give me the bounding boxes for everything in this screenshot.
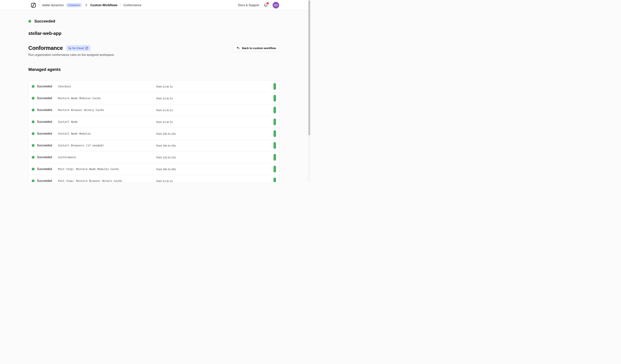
step-name: Restore Node Modules Cache [58,97,101,100]
step-name: Install Node Modules [58,132,91,135]
step-duration: from 23s to 23s [156,132,176,135]
step-duration: from 1s to 1s [156,85,173,88]
nx-cloud-mini-logo-icon [85,47,88,50]
step-name: Restore Browser Binary Cache [58,109,104,111]
nx-cloud-logo-icon[interactable] [31,2,36,8]
step-status-label: Succeeded [37,132,52,135]
status-dot-icon [28,20,31,23]
docs-support-link[interactable]: Docs & Support [238,3,259,7]
org-switcher-chevron-icon[interactable] [85,3,88,7]
notifications-bell-icon[interactable] [264,3,268,7]
step-duration: from 1s to 1s [156,109,173,112]
step-progress-bar[interactable] [274,177,276,182]
breadcrumb-separator: / [39,3,40,7]
breadcrumb: / stellar-dynamics Enterprise Custom Wor… [31,2,141,8]
step-progress-bar[interactable] [274,95,276,102]
step-status-label: Succeeded [37,144,52,147]
agent-step-row[interactable]: Succeeded Restore Node Modules Cache fro… [29,92,279,104]
agent-step-row[interactable]: Succeeded Restore Browser Binary Cache f… [29,104,279,116]
step-name: Post Step: Restore Browser Binary Cache [58,179,122,182]
managed-agents-title: Managed agents [28,67,279,72]
breadcrumb-separator: / [120,3,121,7]
step-status-label: Succeeded [37,156,52,159]
agent-step-row[interactable]: Succeeded Post Step: Restore Node Module… [29,163,279,175]
step-status-label: Succeeded [37,167,52,171]
step-status-dot-icon [32,144,34,147]
enterprise-badge[interactable]: Enterprise [66,3,82,7]
agent-step-row[interactable]: Succeeded Install Node Modules from 23s … [29,128,279,140]
step-name: Conformance [58,156,76,159]
step-status-dot-icon [32,132,34,135]
agent-step-row[interactable]: Succeeded Install Node from 1s to 1s [29,116,279,128]
step-progress-bar[interactable] [274,154,276,161]
step-name: Checkout [58,85,71,88]
main-content: Succeeded stellar-web-app Conformance by… [0,19,279,182]
workspace-title: stellar-web-app [28,31,279,36]
back-to-custom-workflow-button[interactable]: Back to custom workflow [233,45,279,51]
step-duration: from 16s to 16s [156,144,176,147]
step-progress-bar[interactable] [274,166,276,173]
step-duration: from 1s to 1s [156,120,173,124]
step-status-dot-icon [32,109,34,111]
step-progress-bar[interactable] [274,107,276,113]
step-status-dot-icon [32,121,34,123]
user-avatar[interactable]: NO [273,2,279,8]
by-nx-cloud-badge[interactable]: by Nx Cloud [66,45,91,51]
by-nx-cloud-label: by Nx Cloud [69,47,84,50]
scrollbar-thumb[interactable] [309,0,310,135]
agent-step-row[interactable]: Succeeded Conformance from 12s to 12s [29,151,279,163]
step-status-dot-icon [32,85,34,88]
top-navigation-bar: / stellar-dynamics Enterprise Custom Wor… [0,0,310,11]
step-status-dot-icon [32,156,34,159]
step-name: Post Step: Restore Node Modules Cache [58,168,119,171]
scrollbar-track[interactable] [308,0,310,182]
breadcrumb-custom-workflows[interactable]: Custom Workflows [90,3,118,7]
step-duration: from 1s to 1s [156,97,173,100]
run-status: Succeeded [28,19,279,23]
step-name: Install Browsers (if needed) [58,144,104,147]
back-button-label: Back to custom workflow [242,47,276,50]
step-duration: from 12s to 12s [156,156,176,159]
step-duration: from 1s to 1s [156,179,173,182]
back-arrow-icon [236,46,240,50]
workflow-description: Run organization conformance rules on th… [28,53,279,57]
breadcrumb-org[interactable]: stellar-dynamics [42,3,64,7]
step-duration: from 34s to 34s [156,168,176,171]
step-status-label: Succeeded [37,179,52,182]
step-progress-bar[interactable] [274,83,276,90]
status-label: Succeeded [34,19,55,23]
step-name: Install Node [58,120,78,123]
step-status-label: Succeeded [37,96,52,100]
step-progress-bar[interactable] [274,118,276,125]
breadcrumb-conformance: Conformance [123,3,141,7]
notification-dot [267,2,269,4]
agent-step-row[interactable]: Succeeded Checkout from 1s to 1s [29,80,279,92]
agent-step-row[interactable]: Succeeded Post Step: Restore Browser Bin… [29,175,279,182]
workflow-title: Conformance [28,45,63,51]
step-progress-bar[interactable] [274,142,276,149]
managed-agents-list: Succeeded Checkout from 1s to 1s Succeed… [28,80,279,182]
step-status-dot-icon [32,97,34,100]
step-status-dot-icon [32,168,34,171]
step-status-label: Succeeded [37,108,52,112]
step-status-dot-icon [32,180,34,182]
agent-step-row[interactable]: Succeeded Install Browsers (if needed) f… [29,140,279,151]
step-progress-bar[interactable] [274,130,276,137]
step-status-label: Succeeded [37,120,52,124]
step-status-label: Succeeded [37,85,52,88]
